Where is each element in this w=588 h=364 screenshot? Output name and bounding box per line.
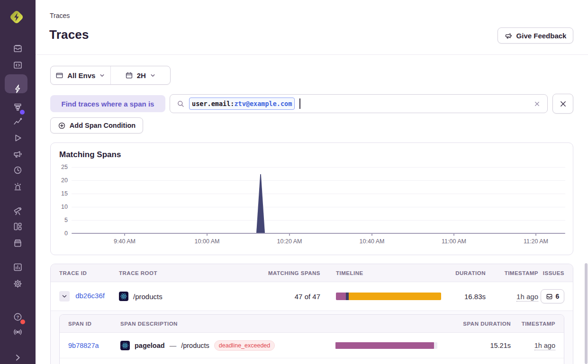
insights-notification-dot [20, 110, 25, 115]
search-token-key: user.email: [192, 100, 234, 107]
col-matching-spans: Matching Spans [268, 270, 320, 276]
telescope-icon [13, 206, 23, 216]
trace-timestamp[interactable]: 1h ago [516, 293, 538, 302]
x-tickmark [453, 234, 454, 236]
x-tickmark [535, 234, 536, 236]
environment-filter-value: All Envs [67, 71, 95, 80]
search-icon [177, 100, 185, 108]
sidebar-item-settings[interactable] [0, 274, 36, 293]
span-op: pageload [135, 342, 165, 349]
trace-issues-button[interactable]: 6 [541, 289, 564, 303]
x-tickmark [371, 234, 372, 236]
timeline-segment [349, 293, 441, 300]
sidebar-item-dashboards[interactable] [0, 217, 36, 236]
spans-table-header: Span ID Span Description Span Duration T… [60, 315, 564, 333]
span-row: b7a7e441 ex http.server — GET /organizat… [60, 358, 564, 364]
sidebar-item-crons[interactable] [0, 160, 36, 179]
archive-box-icon [13, 238, 23, 248]
add-span-condition-label: Add Span Condition [70, 122, 136, 129]
calendar-icon [125, 71, 133, 80]
sidebar-item-explore[interactable] [0, 55, 36, 74]
x-tick: 11:20 AM [515, 238, 557, 245]
sidebar: ? [0, 0, 36, 364]
megaphone-icon [505, 32, 513, 40]
give-feedback-label: Give Feedback [516, 32, 567, 40]
x-tickmark [289, 234, 290, 236]
page-title: Traces [49, 27, 89, 42]
search-token[interactable]: user.email:ztv@example.com [189, 98, 295, 110]
code-folder-icon [13, 60, 23, 70]
col-trace-id: Trace ID [59, 270, 119, 276]
sidebar-item-stats[interactable] [0, 257, 36, 276]
traces-table-header: Trace ID Trace Root Matching Spans Timel… [51, 264, 573, 282]
y-tick: 25 [54, 164, 68, 170]
sidebar-item-alerts[interactable] [0, 177, 36, 196]
sidebar-item-whats-new[interactable] [0, 322, 36, 341]
broadcast-icon [13, 327, 23, 337]
trace-issues-count: 6 [556, 293, 560, 300]
x-tick: 10:40 AM [351, 238, 393, 245]
matching-spans-count: 47 of 47 [295, 293, 320, 301]
collapse-trace-button[interactable] [59, 291, 70, 302]
span-timestamp[interactable]: 1h ago [534, 342, 555, 350]
col-span-duration: Span Duration [463, 321, 511, 327]
breadcrumb[interactable]: Traces [50, 12, 70, 19]
traces-table: Trace ID Trace Root Matching Spans Timel… [50, 264, 573, 364]
megaphone-icon [13, 149, 23, 159]
remove-condition-button[interactable] [552, 94, 573, 114]
environment-filter[interactable]: All Envs [51, 66, 110, 84]
bar-chart-icon [13, 262, 23, 272]
col-trace-root: Trace Root [119, 270, 263, 276]
clock-icon [13, 165, 23, 175]
x-tickmark [124, 234, 125, 236]
trace-root-name[interactable]: /products [133, 293, 163, 301]
col-timeline: Timeline [320, 270, 445, 276]
sidebar-collapse-toggle[interactable] [0, 348, 36, 364]
span-condition-lead-label: Find traces where a span is [50, 95, 165, 112]
col-span-id: Span ID [68, 321, 120, 327]
siren-icon [13, 182, 23, 192]
matching-spans-chart-panel: Matching Spans 25 20 15 10 5 0 9:40 AM 1… [50, 142, 573, 255]
x-axis [72, 233, 565, 234]
date-range-value: 2H [137, 71, 146, 80]
gear-icon [13, 279, 23, 289]
issues-inbox-icon [546, 293, 553, 300]
sentry-logo[interactable] [8, 8, 26, 26]
page-scrollbar[interactable] [585, 263, 588, 364]
span-search-input[interactable]: user.email:ztv@example.com [170, 94, 548, 113]
col-timestamp: Timestamp [505, 270, 538, 276]
search-token-value: ztv@example.com [234, 100, 292, 107]
plus-circle-icon [58, 122, 66, 130]
chevron-down-icon [99, 72, 105, 79]
x-tick: 10:20 AM [268, 238, 311, 245]
clear-search-icon[interactable] [534, 100, 541, 107]
trace-duration: 16.83s [464, 293, 486, 301]
x-tick: 10:00 AM [186, 238, 228, 245]
span-id-link[interactable]: 9b78827a [68, 342, 99, 349]
trace-id-link[interactable]: db26c36f [75, 292, 105, 300]
sidebar-item-insights[interactable] [0, 112, 36, 131]
spans-spike-series[interactable] [72, 162, 565, 233]
date-range-filter[interactable]: 2H [111, 66, 171, 84]
separator: — [170, 342, 177, 349]
close-icon [559, 100, 567, 108]
environments-icon [55, 71, 63, 80]
traces-page: ? Traces Traces Give Feedback All Envs 2… [0, 0, 588, 364]
x-tickmark [207, 234, 208, 236]
trace-timeline-bar[interactable] [336, 293, 441, 300]
col-duration: Duration [455, 270, 486, 276]
chevron-down-icon [62, 293, 67, 299]
span-status-badge: deadline_exceeded [214, 340, 275, 351]
col-issues: Issues [543, 270, 564, 276]
y-tick: 0 [54, 230, 68, 237]
react-platform-icon [120, 341, 130, 350]
give-feedback-button[interactable]: Give Feedback [498, 27, 573, 44]
expanded-trace-zone: Span ID Span Description Span Duration T… [51, 311, 573, 364]
timeline-segment [336, 293, 346, 300]
sidebar-item-traces[interactable] [0, 79, 36, 98]
y-tick: 20 [54, 177, 68, 184]
sidebar-item-issues[interactable] [0, 39, 36, 58]
add-span-condition-button[interactable]: Add Span Condition [50, 117, 143, 133]
sidebar-item-releases[interactable] [0, 233, 36, 252]
span-description[interactable]: /products [181, 342, 209, 349]
